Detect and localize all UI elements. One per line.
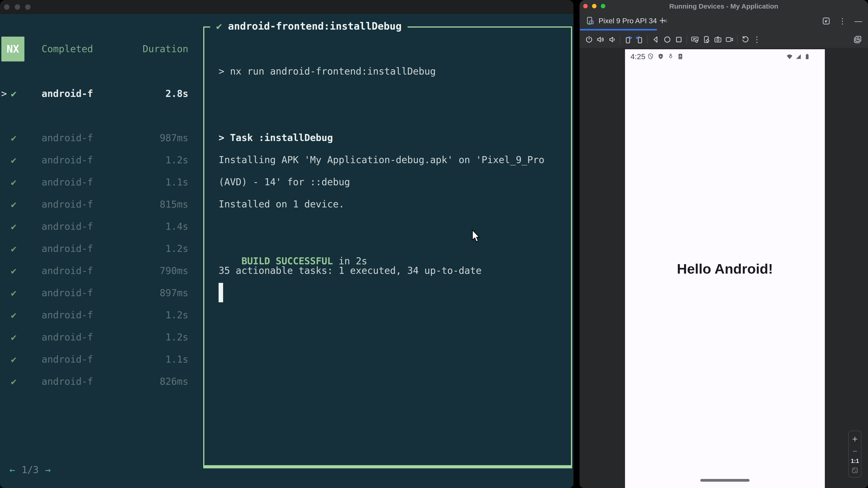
- volume-down-icon[interactable]: [606, 31, 618, 48]
- cellular-signal-icon: [795, 53, 802, 60]
- rotate-right-icon[interactable]: [634, 31, 645, 48]
- prev-page-arrow-icon[interactable]: ←: [9, 464, 15, 475]
- toolbar-more-icon[interactable]: ⋮: [751, 31, 763, 48]
- emulator-screen[interactable]: 4:25: [625, 49, 825, 488]
- running-devices-window: Running Devices - My Application Pixel 9…: [580, 0, 868, 488]
- task-name: android-f: [41, 310, 93, 321]
- task-row[interactable]: ✔ android-f 1.4s: [0, 215, 204, 237]
- task-name: android-f: [41, 155, 93, 166]
- task-row[interactable]: ✔ android-f 987ms: [0, 127, 204, 149]
- task-row[interactable]: ✔ android-f 815ms: [0, 193, 204, 215]
- task-row[interactable]: ✔ android-f 1.1s: [0, 171, 204, 193]
- task-duration: 1.1s: [165, 354, 188, 365]
- task-duration: 987ms: [160, 132, 188, 143]
- task-check-icon: ✔: [11, 221, 17, 232]
- output-log-line: (AVD) - 14' for ::debug: [219, 176, 350, 188]
- task-name: android-f: [41, 199, 93, 210]
- task-row[interactable]: ✔ android-f 1.2s: [0, 304, 204, 326]
- task-row[interactable]: ✔ android-f 790ms: [0, 260, 204, 282]
- selection-caret-icon: >: [1, 88, 7, 99]
- task-check-icon: ✔: [11, 132, 17, 143]
- task-duration: 1.4s: [165, 221, 188, 232]
- device-tabbar: Pixel 9 Pro API 34 × + ⋮ —: [580, 12, 868, 31]
- tab-options-more-icon[interactable]: ⋮: [839, 17, 846, 26]
- task-duration: 1.2s: [165, 310, 188, 321]
- toolbar-separator: [737, 35, 738, 44]
- device-phone-icon: [585, 16, 594, 26]
- column-header-duration: Duration: [143, 42, 188, 56]
- status-clock: 4:25: [630, 52, 645, 61]
- tab-pixel-9-pro[interactable]: Pixel 9 Pro API 34 ×: [580, 12, 668, 29]
- dock-window-icon[interactable]: [822, 17, 831, 25]
- task-rows: ✔ android-f 987ms ✔ android-f 1.2s ✔ and…: [0, 127, 204, 392]
- overview-button-icon[interactable]: [673, 31, 684, 48]
- output-command-line: > nx run android-frontend:installDebug: [219, 65, 436, 78]
- task-name: android-f: [41, 354, 93, 365]
- next-page-arrow-icon[interactable]: →: [45, 464, 51, 475]
- hide-panel-icon[interactable]: —: [855, 17, 862, 25]
- task-row[interactable]: ✔ android-f 1.2s: [0, 237, 204, 260]
- task-row[interactable]: ✔ android-f 897ms: [0, 282, 204, 304]
- output-task-title: android-frontend:installDebug: [228, 20, 402, 32]
- task-name: android-f: [41, 88, 93, 99]
- output-summary-line: 35 actionable tasks: 1 executed, 34 up-t…: [219, 264, 482, 277]
- task-check-icon: ✔: [11, 332, 17, 343]
- task-name: android-f: [41, 265, 93, 276]
- svg-text:A: A: [679, 55, 682, 58]
- task-name: android-f: [41, 243, 93, 254]
- task-check-icon: ✔: [11, 88, 17, 99]
- active-tab-indicator: [580, 29, 657, 31]
- task-list-pane: NX Completed Duration > ✔ android-f 2.8s…: [0, 14, 204, 488]
- accessibility-icon: [667, 53, 674, 60]
- reset-device-icon[interactable]: [740, 31, 751, 48]
- output-log-line: Installing APK 'My Application-debug.apk…: [219, 154, 544, 166]
- task-name: android-f: [41, 332, 93, 343]
- vpn-shield-icon: [647, 53, 654, 60]
- screenshot-icon[interactable]: [689, 31, 701, 48]
- task-row[interactable]: ✔ android-f 1.2s: [0, 149, 204, 171]
- home-button-icon[interactable]: [661, 31, 673, 48]
- window-close-icon[interactable]: [4, 4, 9, 10]
- zoom-controls: + − 1:1: [848, 431, 862, 478]
- task-check-icon: ✔: [11, 243, 17, 254]
- screen-record-icon[interactable]: [723, 31, 735, 48]
- rotate-left-icon[interactable]: [622, 31, 634, 48]
- app-greeting-text: Hello Android!: [625, 261, 825, 277]
- zoom-in-button[interactable]: +: [852, 434, 858, 444]
- wifi-icon: [786, 53, 793, 60]
- task-row[interactable]: ✔ android-f 1.2s: [0, 326, 204, 348]
- camera-icon[interactable]: [712, 31, 723, 48]
- zoom-to-fit-icon[interactable]: [851, 467, 858, 474]
- new-tab-icon[interactable]: +: [659, 12, 665, 29]
- terminal-titlebar: [0, 0, 574, 14]
- screen-search-icon[interactable]: [853, 31, 862, 48]
- power-button-icon[interactable]: [583, 31, 595, 48]
- task-row-selected[interactable]: > ✔ android-f 2.8s: [0, 83, 204, 105]
- task-row[interactable]: ✔ android-f 826ms: [0, 370, 204, 392]
- task-row[interactable]: ✔ android-f 1.1s: [0, 348, 204, 370]
- task-duration: 2.8s: [165, 88, 188, 99]
- task-name: android-f: [41, 132, 93, 143]
- task-duration: 897ms: [160, 287, 188, 298]
- terminal-cursor: [219, 283, 223, 302]
- android-status-bar: 4:25: [625, 52, 825, 61]
- output-check-icon: ✔: [216, 20, 222, 32]
- window-title: Running Devices - My Application: [580, 0, 868, 12]
- task-name: android-f: [41, 287, 93, 298]
- volume-up-icon[interactable]: [595, 31, 606, 48]
- task-name: android-f: [41, 376, 93, 387]
- window-zoom-icon[interactable]: [25, 4, 31, 10]
- studio-titlebar: Running Devices - My Application: [580, 0, 868, 12]
- zoom-reset-button[interactable]: 1:1: [851, 458, 859, 464]
- task-output-header: ✔ android-frontend:installDebug: [210, 20, 408, 32]
- zoom-out-button[interactable]: −: [852, 447, 857, 455]
- task-duration: 826ms: [160, 376, 188, 387]
- app-badge-icon: A: [677, 53, 684, 60]
- back-button-icon[interactable]: [650, 31, 661, 48]
- task-name: android-f: [41, 221, 93, 232]
- device-settings-icon[interactable]: [701, 31, 712, 48]
- toolbar-separator: [647, 35, 648, 44]
- column-header-completed: Completed: [41, 42, 93, 56]
- gesture-navigation-bar[interactable]: [700, 479, 749, 482]
- window-minimize-icon[interactable]: [15, 4, 20, 10]
